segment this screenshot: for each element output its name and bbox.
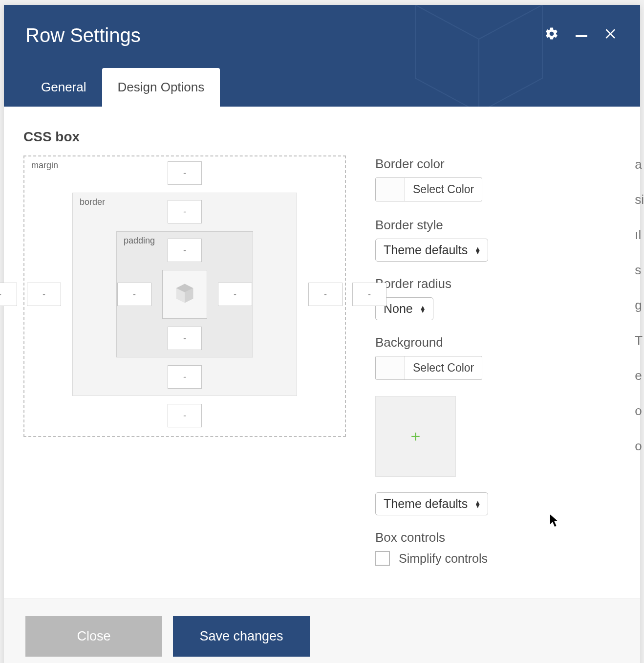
css-box-heading: CSS box <box>23 129 346 145</box>
row-settings-modal: Row Settings General Design Options CSS … <box>4 5 640 663</box>
box-controls-field: Box controls Simplify controls <box>375 530 621 566</box>
border-color-label: Border color <box>375 156 621 172</box>
tab-design-options[interactable]: Design Options <box>102 68 220 107</box>
padding-bottom-input[interactable]: - <box>168 327 202 350</box>
border-color-field: Border color Select Color <box>375 156 621 203</box>
padding-label: padding <box>124 236 155 246</box>
close-icon[interactable] <box>604 26 619 43</box>
cursor-icon <box>549 513 560 530</box>
gear-icon[interactable] <box>544 26 559 43</box>
margin-left-input[interactable]: - <box>0 283 17 306</box>
background-style-field: Theme defaults ▲▼ <box>375 492 621 515</box>
margin-layer: margin - border - padding - <box>23 155 346 437</box>
padding-left-input[interactable]: - <box>117 283 151 306</box>
border-radius-label: Border radius <box>375 276 621 291</box>
select-arrows-icon: ▲▼ <box>474 247 481 254</box>
border-radius-field: Border radius None ▲▼ <box>375 276 621 320</box>
options-panel: Border color Select Color Border style T… <box>375 129 621 580</box>
border-bottom-input[interactable]: - <box>168 365 202 389</box>
margin-bottom-input[interactable]: - <box>168 404 202 427</box>
border-style-value: Theme defaults <box>384 243 468 257</box>
content-box <box>162 270 207 319</box>
color-swatch <box>376 178 405 201</box>
header-controls <box>544 26 619 43</box>
modal-body: CSS box margin - border - padding - <box>4 107 640 598</box>
select-color-label: Select Color <box>405 356 482 379</box>
select-arrows-icon: ▲▼ <box>420 306 426 312</box>
border-label: border <box>80 197 105 207</box>
cube-icon <box>172 281 197 308</box>
background-label: Background <box>375 335 621 350</box>
simplify-controls-label: Simplify controls <box>399 552 488 566</box>
modal-footer: Close Save changes <box>4 598 640 663</box>
box-controls-label: Box controls <box>375 530 621 545</box>
border-style-label: Border style <box>375 218 621 233</box>
margin-label: margin <box>31 160 58 171</box>
border-layer: border - padding - - - - <box>72 193 297 396</box>
padding-top-input[interactable]: - <box>168 239 202 262</box>
background-style-value: Theme defaults <box>384 497 468 511</box>
plus-icon: + <box>411 427 421 446</box>
add-background-image[interactable]: + <box>375 396 456 477</box>
modal-header: Row Settings General Design Options <box>4 5 640 107</box>
tab-general[interactable]: General <box>25 68 102 107</box>
border-right-input[interactable]: - <box>308 283 343 306</box>
border-top-input[interactable]: - <box>168 200 202 223</box>
css-box-panel: CSS box margin - border - padding - <box>23 129 346 580</box>
color-swatch <box>376 356 405 379</box>
border-radius-value: None <box>384 302 413 316</box>
simplify-controls-checkbox[interactable] <box>375 551 390 566</box>
background-color-button[interactable]: Select Color <box>375 356 482 380</box>
minimize-icon[interactable] <box>576 30 587 39</box>
close-button[interactable]: Close <box>25 616 162 657</box>
save-changes-button[interactable]: Save changes <box>173 616 310 657</box>
margin-top-input[interactable]: - <box>168 161 202 185</box>
margin-right-input[interactable]: - <box>352 283 386 306</box>
background-field: Background Select Color <box>375 335 621 381</box>
border-left-input[interactable]: - <box>27 283 61 306</box>
background-text-fragments: asiılsgTeoo <box>635 147 644 464</box>
padding-layer: padding - - - - <box>116 231 253 357</box>
padding-right-input[interactable]: - <box>218 283 252 306</box>
select-arrows-icon: ▲▼ <box>474 501 481 508</box>
select-color-label: Select Color <box>405 178 482 201</box>
border-color-button[interactable]: Select Color <box>375 177 482 201</box>
border-style-select[interactable]: Theme defaults ▲▼ <box>375 239 488 262</box>
header-decoration <box>357 5 601 107</box>
border-style-field: Border style Theme defaults ▲▼ <box>375 218 621 262</box>
background-style-select[interactable]: Theme defaults ▲▼ <box>375 492 488 515</box>
